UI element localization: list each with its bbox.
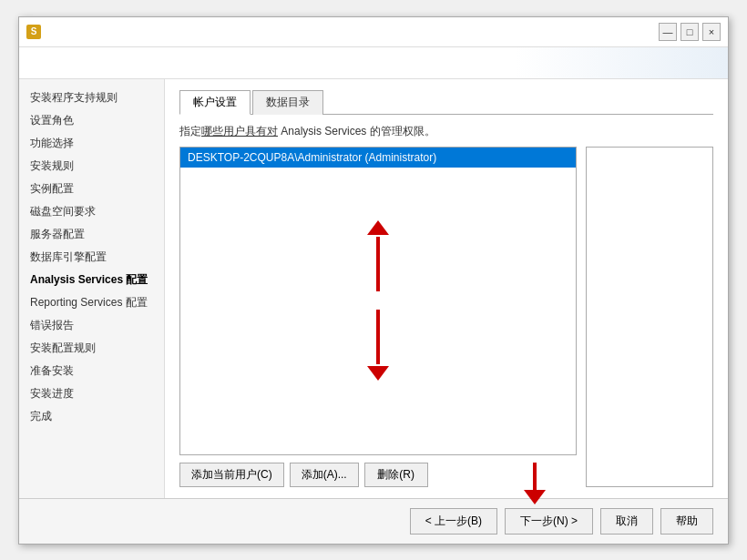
sidebar: 安装程序支持规则设置角色功能选择安装规则实例配置磁盘空间要求服务器配置数据库引擎…	[19, 79, 165, 498]
description-link[interactable]: 哪些用户具有对	[201, 125, 278, 137]
next-btn[interactable]: 下一步(N) >	[505, 508, 593, 535]
main-panel: 帐户设置数据目录 指定哪些用户具有对 Analysis Services 的管理…	[165, 79, 728, 498]
footer-arrow-line	[533, 463, 537, 490]
arrow-down-line	[376, 310, 380, 364]
sidebar-item[interactable]: 完成	[19, 405, 164, 428]
minimize-btn[interactable]: —	[659, 23, 677, 41]
button-row: 添加当前用户(C)添加(A)...删除(R)	[179, 463, 577, 487]
maximize-btn[interactable]: □	[680, 23, 699, 41]
title-bar-left: S	[26, 25, 46, 39]
close-btn[interactable]: ×	[702, 23, 721, 41]
add-current-user-btn[interactable]: 添加当前用户(C)	[179, 463, 284, 487]
sidebar-item[interactable]: Analysis Services 配置	[19, 269, 164, 291]
sidebar-item[interactable]: 准备安装	[19, 360, 164, 382]
tabs: 帐户设置数据目录	[179, 90, 713, 115]
sidebar-item[interactable]: 数据库引擎配置	[19, 246, 164, 269]
add-btn[interactable]: 添加(A)...	[290, 463, 359, 487]
sidebar-item[interactable]: 安装规则	[19, 155, 164, 178]
sidebar-item[interactable]: 磁盘空间要求	[19, 200, 164, 223]
tab-帐户设置[interactable]: 帐户设置	[179, 90, 251, 115]
app-icon: S	[26, 25, 41, 39]
cancel-btn[interactable]: 取消	[600, 508, 653, 535]
user-list-item[interactable]: DESKTOP-2CQUP8A\Administrator (Administr…	[180, 148, 576, 168]
help-btn[interactable]: 帮助	[660, 508, 713, 535]
user-list[interactable]: DESKTOP-2CQUP8A\Administrator (Administr…	[179, 147, 577, 455]
panel-description: 指定哪些用户具有对 Analysis Services 的管理权限。	[179, 124, 713, 139]
arrow-decoration	[367, 220, 389, 381]
main-window: S — □ × 安装程序支持规则设置角色功能选择安装规则实例配置磁盘空间要求服务…	[18, 16, 729, 545]
sidebar-item[interactable]: 服务器配置	[19, 223, 164, 246]
footer-arrow-head	[524, 490, 546, 504]
arrow-up-head	[367, 220, 389, 235]
user-list-area: DESKTOP-2CQUP8A\Administrator (Administr…	[179, 147, 577, 487]
header-section	[19, 47, 728, 79]
back-btn[interactable]: < 上一步(B)	[410, 508, 497, 535]
sidebar-item[interactable]: 设置角色	[19, 109, 164, 132]
arrow-down-head	[367, 366, 389, 381]
sidebar-item[interactable]: 实例配置	[19, 178, 164, 200]
title-bar-controls: — □ ×	[659, 23, 721, 41]
sidebar-item[interactable]: Reporting Services 配置	[19, 291, 164, 314]
footer: < 上一步(B)下一步(N) >取消帮助	[19, 498, 728, 544]
title-bar: S — □ ×	[19, 17, 728, 47]
arrow-up-line	[376, 237, 380, 291]
footer-arrow	[524, 463, 546, 504]
sidebar-item[interactable]: 安装配置规则	[19, 337, 164, 360]
content-area: 安装程序支持规则设置角色功能选择安装规则实例配置磁盘空间要求服务器配置数据库引擎…	[19, 79, 728, 498]
sidebar-item[interactable]: 功能选择	[19, 132, 164, 155]
info-panel	[586, 147, 713, 487]
panel-body: DESKTOP-2CQUP8A\Administrator (Administr…	[179, 147, 713, 487]
tab-数据目录[interactable]: 数据目录	[252, 90, 323, 115]
sidebar-item[interactable]: 错误报告	[19, 314, 164, 337]
remove-btn[interactable]: 删除(R)	[364, 463, 428, 487]
sidebar-item[interactable]: 安装进度	[19, 382, 164, 405]
sidebar-item[interactable]: 安装程序支持规则	[19, 87, 164, 109]
